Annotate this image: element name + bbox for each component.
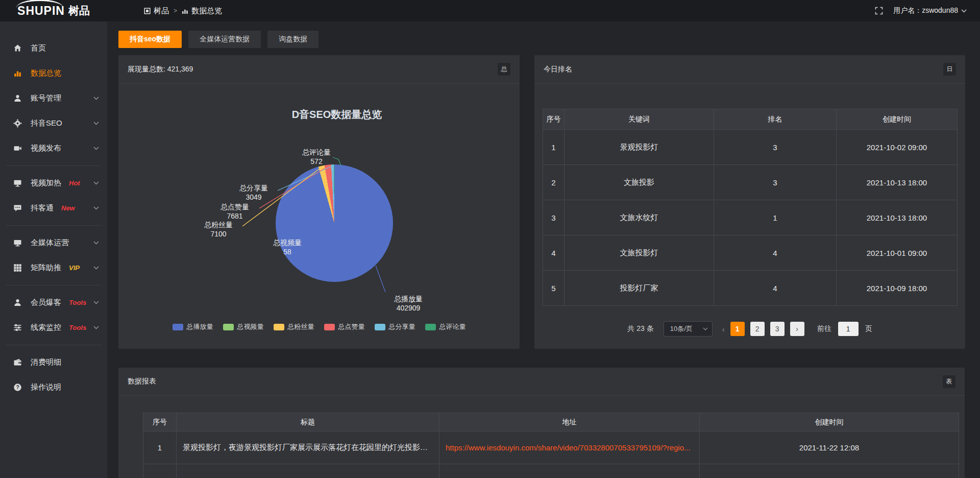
- pie-label-videos: 总视频量58: [264, 238, 310, 256]
- sidebar-item-home[interactable]: 首页: [0, 36, 107, 61]
- tv-icon: [13, 179, 22, 187]
- breadcrumb-current[interactable]: 数据总览: [182, 6, 222, 16]
- legend-item[interactable]: 总播放量: [173, 322, 213, 331]
- tab-2[interactable]: 全媒体运营数据: [188, 31, 261, 48]
- video-icon: [13, 144, 23, 153]
- chevron-down-icon: [93, 181, 99, 185]
- chevron-down-icon: [93, 97, 99, 100]
- sidebar-divider: [6, 165, 101, 166]
- breadcrumb-root[interactable]: 树品: [144, 6, 169, 16]
- sidebar-item-user[interactable]: 账号管理: [0, 86, 107, 111]
- bar-chart-icon: [182, 8, 188, 14]
- square-icon: [144, 8, 151, 14]
- pie-chart: [276, 164, 393, 282]
- logo-arc: [16, 0, 63, 8]
- sidebar-item-label: 账号管理: [31, 93, 61, 103]
- table-cell: 4: [714, 271, 837, 306]
- sidebar-item-badge: New: [61, 204, 75, 212]
- legend-chip: [173, 324, 183, 330]
- sliders-icon: [13, 323, 22, 332]
- sidebar-item-label: 数据总览: [31, 68, 61, 78]
- table-cell: 1: [714, 200, 837, 235]
- legend-item[interactable]: 总评论量: [425, 322, 466, 331]
- sidebar-item-label: 消费明细: [31, 357, 61, 367]
- monitor-icon: [13, 238, 23, 247]
- user-menu[interactable]: 用户名：zswodun88: [893, 6, 967, 15]
- goto-page-input[interactable]: [838, 322, 859, 336]
- table-cell: [143, 464, 177, 478]
- table-cell: 2021-10-13 18:00: [837, 200, 958, 235]
- legend-item[interactable]: 总视频量: [223, 322, 264, 331]
- question-icon: ?: [13, 383, 22, 392]
- goto-unit: 页: [865, 324, 872, 333]
- legend-chip: [324, 324, 335, 330]
- sidebar-item-chat[interactable]: 抖客通New: [0, 196, 107, 221]
- sidebar-item-tv[interactable]: 视频加热Hot: [0, 171, 107, 196]
- chevron-down-icon: [93, 122, 99, 125]
- page-button-1[interactable]: 1: [730, 322, 745, 336]
- grid-icon: [13, 264, 22, 272]
- video-icon: [13, 144, 22, 153]
- legend-item[interactable]: 总分享量: [375, 322, 415, 331]
- user-icon: [13, 94, 23, 103]
- person-icon: [13, 298, 23, 307]
- tab-3[interactable]: 询盘数据: [267, 31, 318, 48]
- pie-label-likes: 总点赞量7681: [212, 202, 258, 221]
- table-row: 1景观投影灯，夜游景观投影灯厂家展示展示落花灯在花园里的灯光投影应用效果 #ht…: [143, 432, 959, 464]
- legend-item[interactable]: 总点赞量: [324, 322, 365, 331]
- wallet-icon: [13, 358, 23, 367]
- sidebar-item-person[interactable]: 会员爆客Tools: [0, 290, 107, 315]
- chevron-down-icon: [93, 301, 99, 304]
- legend-item[interactable]: 总粉丝量: [274, 322, 314, 331]
- table-row: 4文旅投影灯42021-10-01 09:00: [543, 235, 958, 271]
- pie-label-shares: 总分享量3049: [231, 183, 277, 202]
- column-header: 关键词: [565, 109, 714, 130]
- sidebar-item-grid[interactable]: 矩阵助推VIP: [0, 255, 107, 280]
- ranking-panel: 今日排名 日 序号关键词排名创建时间1景观投影灯32021-10-02 09:0…: [534, 55, 965, 349]
- sidebar-item-question[interactable]: ?操作说明: [0, 375, 107, 400]
- sidebar-divider: [6, 225, 101, 226]
- table-cell: 2021-10-09 18:00: [837, 271, 958, 306]
- table-cell: 4: [543, 235, 565, 271]
- chevron-down-icon: [93, 147, 99, 150]
- column-header: 序号: [543, 109, 565, 130]
- sidebar-item-monitor[interactable]: 全媒体运营: [0, 230, 107, 255]
- table-badge-button[interactable]: 表: [943, 375, 955, 388]
- sidebar-item-chart[interactable]: 数据总览: [0, 61, 107, 86]
- overview-panel-header: 展现量总数: 421,369 总: [118, 55, 520, 84]
- sidebar-item-label: 视频加热: [31, 178, 61, 188]
- sidebar-item-video[interactable]: 视频发布: [0, 136, 107, 161]
- total-badge-button[interactable]: 总: [498, 63, 510, 76]
- sidebar-item-gear[interactable]: 抖音SEO: [0, 111, 107, 136]
- breadcrumb: 树品 > 数据总览: [144, 6, 222, 16]
- username: 用户名：zswodun88: [893, 6, 958, 15]
- chevron-down-icon: [703, 327, 708, 330]
- table-cell: 2021-10-13 18:00: [837, 165, 958, 200]
- address-link[interactable]: https://www.iesdouyin.com/share/video/70…: [446, 443, 693, 452]
- sidebar-item-wallet[interactable]: 消费明细: [0, 350, 107, 375]
- legend-chip: [425, 324, 436, 330]
- sidebar-item-label: 会员爆客: [31, 298, 61, 307]
- table-cell: 3: [714, 130, 837, 165]
- rank-table: 序号关键词排名创建时间1景观投影灯32021-10-02 09:002文旅投影3…: [543, 109, 958, 306]
- chart-legend: 总播放量总视频量总粉丝量总点赞量总分享量总评论量: [118, 322, 520, 331]
- tab-1[interactable]: 抖音seo数据: [118, 31, 182, 48]
- table-cell: https://www.iesdouyin.com/share/video/70…: [439, 432, 700, 464]
- day-badge-button[interactable]: 日: [943, 63, 956, 76]
- table-cell: 5: [543, 271, 565, 306]
- sidebar-item-sliders[interactable]: 线索监控Tools: [0, 315, 107, 340]
- monitor-icon: [13, 238, 22, 247]
- page-button-3[interactable]: 3: [770, 322, 785, 336]
- gear-icon: [13, 119, 23, 128]
- prev-page-button[interactable]: ‹: [722, 325, 725, 333]
- chat-icon: [13, 204, 22, 212]
- page-button-2[interactable]: 2: [750, 322, 765, 336]
- chevron-down-icon: [93, 241, 99, 245]
- sidebar-item-badge: VIP: [69, 264, 80, 272]
- next-page-button[interactable]: ›: [790, 322, 804, 336]
- table-cell: 文旅水纹灯: [565, 200, 714, 235]
- page-size-select[interactable]: 10条/页: [664, 321, 713, 337]
- fullscreen-icon[interactable]: [875, 7, 883, 15]
- overview-panel: 展现量总数: 421,369 总 D音SEO数据量总览 总评论量572 总分享量…: [118, 55, 520, 349]
- sidebar-item-badge: Tools: [69, 299, 86, 306]
